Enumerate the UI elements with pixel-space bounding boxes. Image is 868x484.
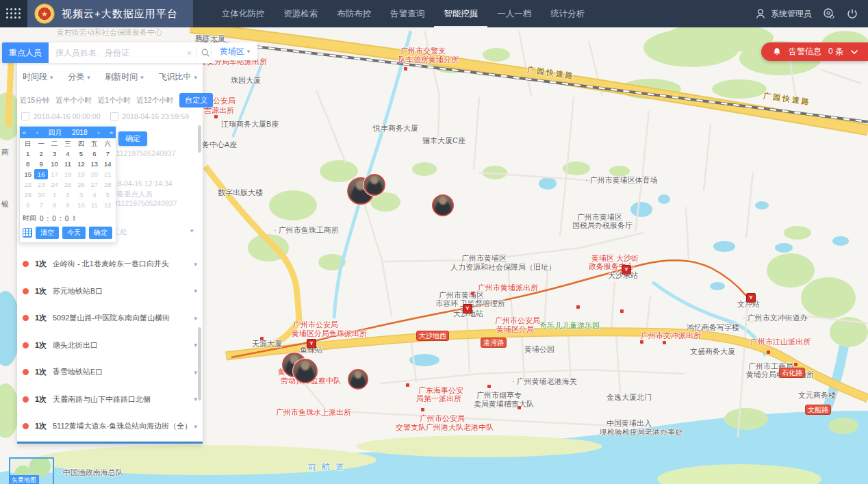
metro-station-icon[interactable]: Y (746, 293, 756, 303)
calendar-day[interactable]: 2 (34, 149, 47, 159)
user-menu[interactable]: 系统管理员 (754, 8, 812, 20)
prev-year-icon[interactable]: « (23, 129, 26, 136)
quick-range-0[interactable]: 近15分钟 (20, 96, 49, 105)
prev-month-icon[interactable]: ‹ (36, 129, 38, 136)
calendar-day[interactable]: 27 (88, 179, 101, 190)
calendar-day[interactable]: 14 (101, 159, 114, 169)
calendar-day[interactable]: 2 (61, 190, 74, 200)
calendar-day[interactable]: 20 (88, 169, 101, 179)
calendar-day[interactable]: 17 (48, 169, 61, 179)
nav-item-2[interactable]: 布防布控 (327, 0, 381, 27)
settings-badge-icon[interactable] (823, 8, 835, 20)
nav-item-6[interactable]: 统计分析 (541, 0, 594, 27)
list-item[interactable]: 1次企岭街 - 北1巷麦岭东一巷口向井头▾ (17, 251, 203, 278)
metro-station-icon[interactable]: Y (463, 304, 472, 314)
calendar-day[interactable]: 7 (34, 200, 47, 210)
calendar-day[interactable]: 5 (101, 190, 114, 200)
custom-range-button[interactable]: 自定义 (179, 93, 213, 107)
chevron-down-icon[interactable]: ▾ (194, 396, 197, 403)
power-logout-icon[interactable] (846, 8, 858, 20)
chevron-down-icon[interactable]: ▾ (194, 261, 197, 268)
calendar-day[interactable]: 29 (21, 190, 34, 200)
today-button[interactable]: 今天 (62, 227, 86, 239)
person-photo-marker[interactable] (432, 194, 454, 216)
calendar-day[interactable]: 8 (21, 159, 34, 169)
minimap-toggle[interactable]: 矢量地图 (9, 457, 54, 484)
list-item[interactable]: 1次天麓南路与山下中路路口北侧▾ (17, 386, 203, 413)
calendar-day[interactable]: 23 (34, 179, 47, 190)
calendar-month[interactable]: 四月 (48, 128, 62, 138)
next-month-icon[interactable]: › (97, 129, 99, 136)
person-photo-marker[interactable] (363, 174, 385, 196)
calendar-day[interactable]: 15 (21, 169, 34, 179)
calendar-day[interactable]: 13 (88, 159, 101, 169)
list-item[interactable]: 1次5092蟹山路-中医院东南向蟹山横街▾ (17, 305, 203, 332)
calendar-day[interactable]: 26 (75, 179, 88, 190)
list-item[interactable]: 1次塘头北街出口▾ (17, 332, 203, 359)
calendar-day[interactable]: 11 (88, 200, 101, 210)
quick-range-3[interactable]: 近12个小时 (137, 96, 174, 105)
calendar-year[interactable]: 2018 (72, 129, 87, 136)
list-item[interactable]: 1次香雪地铁站E口▾ (17, 359, 203, 386)
calendar-day[interactable]: 1 (21, 149, 34, 159)
filter-0[interactable]: 时间段▾ (23, 71, 53, 83)
date-to[interactable]: 2018-04-16 23:59:59 (123, 112, 190, 120)
time-minutes[interactable]: 0 (52, 215, 56, 222)
chevron-down-icon[interactable] (850, 49, 858, 55)
filter-1[interactable]: 分类▾ (68, 71, 90, 83)
calendar-day[interactable]: 5 (75, 149, 88, 159)
nav-item-5[interactable]: 一人一档 (487, 0, 541, 27)
calendar-day[interactable]: 6 (21, 200, 34, 210)
time-hours[interactable]: 0 (40, 215, 44, 222)
nav-item-3[interactable]: 告警查询 (381, 0, 434, 27)
calendar-day[interactable]: 12 (101, 200, 114, 210)
scrollbar-thumb[interactable] (198, 125, 201, 153)
calendar-day[interactable]: 3 (48, 149, 61, 159)
person-photo-marker[interactable] (293, 359, 318, 383)
calendar-day[interactable]: 10 (48, 159, 61, 169)
time-spinner[interactable]: ▲▼ (72, 215, 76, 222)
confirm-button[interactable]: 确定 (118, 131, 147, 146)
calendar-grid-icon[interactable] (23, 228, 32, 238)
clear-search-icon[interactable]: × (186, 48, 192, 58)
calendar-day[interactable]: 4 (88, 190, 101, 200)
calendar-day[interactable]: 9 (61, 200, 74, 210)
calendar-day[interactable]: 7 (101, 149, 114, 159)
filter-2[interactable]: 刷新时间▾ (105, 71, 144, 83)
chevron-down-icon[interactable]: ▾ (194, 342, 197, 348)
search-icon[interactable] (201, 48, 210, 58)
scrollbar-thumb[interactable] (198, 327, 201, 400)
calendar-day[interactable]: 24 (48, 179, 61, 190)
nav-item-4[interactable]: 智能挖掘 (434, 0, 487, 27)
calendar-day[interactable]: 10 (75, 200, 88, 210)
calendar-day[interactable]: 12 (75, 159, 88, 169)
nav-item-1[interactable]: 资源检索 (274, 0, 327, 27)
calendar-day[interactable]: 1 (48, 190, 61, 200)
calendar-day[interactable]: 30 (34, 190, 47, 200)
calendar-day[interactable]: 11 (61, 159, 74, 169)
metro-station-icon[interactable]: Y (622, 265, 631, 275)
calendar-day[interactable]: 16 (34, 169, 47, 179)
calendar-day[interactable]: 22 (21, 179, 34, 190)
time-seconds[interactable]: 0 (65, 215, 69, 222)
nav-item-0[interactable]: 立体化防控 (212, 0, 275, 27)
calendar-day[interactable]: 28 (101, 179, 114, 190)
list-item[interactable]: 1次5112黄埔大道东-鱼珠总站向海边街（全）▾ (17, 413, 203, 440)
calendar-day[interactable]: 25 (61, 179, 74, 190)
date-from[interactable]: 2018-04-16 00:00:00 (34, 112, 101, 120)
chevron-down-icon[interactable]: ▾ (194, 288, 197, 294)
chevron-down-icon[interactable]: ▾ (194, 369, 197, 376)
clear-button[interactable]: 清空 (36, 227, 59, 239)
calendar-day[interactable]: 3 (75, 190, 88, 200)
calendar-day[interactable]: 9 (34, 159, 47, 169)
calendar-day[interactable]: 4 (61, 149, 74, 159)
quick-range-1[interactable]: 近半个小时 (55, 96, 92, 105)
app-grid-button[interactable] (0, 0, 27, 27)
district-dropdown[interactable]: 黄埔区 ▾ (212, 42, 257, 60)
ok-button[interactable]: 确定 (89, 227, 112, 239)
key-person-tag[interactable]: 重点人员 (2, 42, 49, 63)
calendar-day[interactable]: 21 (101, 169, 114, 179)
metro-station-icon[interactable]: Y (307, 339, 316, 348)
person-photo-marker[interactable] (348, 369, 368, 390)
chevron-down-icon[interactable]: ▾ (194, 315, 197, 322)
